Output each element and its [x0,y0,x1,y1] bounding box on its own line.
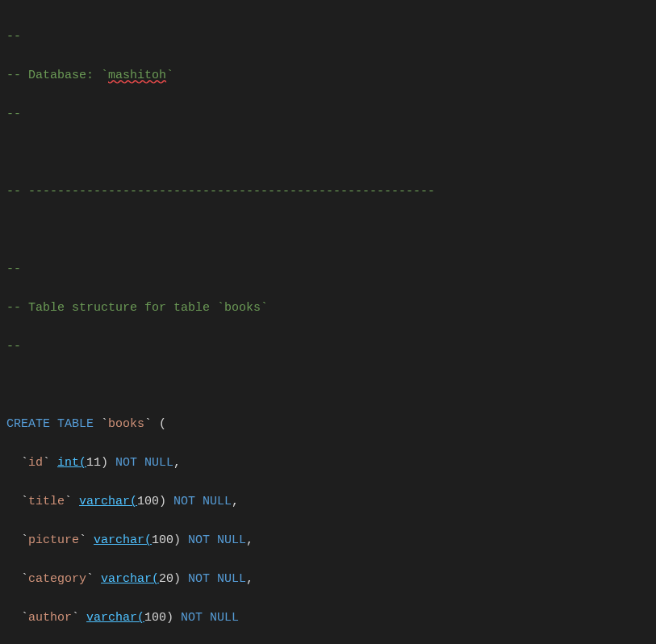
code-line [6,221,656,240]
code-line: -- Database: `mashitoh` [6,66,656,86]
code-line: -- [6,337,656,357]
sql-code-editor[interactable]: -- -- Database: `mashitoh` -- -- -------… [0,0,656,644]
code-line: -- Table structure for table `books` [6,299,656,318]
code-line: `picture` varchar(100) NOT NULL, [6,531,656,550]
code-line: -- [6,105,656,124]
code-line: `title` varchar(100) NOT NULL, [6,492,656,512]
code-line: `id` int(11) NOT NULL, [6,454,656,473]
code-line: `author` varchar(100) NOT NULL [6,608,656,628]
code-line: `category` varchar(20) NOT NULL, [6,570,656,589]
code-line: -- -------------------------------------… [6,182,656,202]
code-line: -- [6,260,656,279]
code-line [6,376,656,395]
code-line: CREATE TABLE `books` ( [6,415,656,434]
code-line: -- [6,27,656,47]
code-line [6,144,656,163]
